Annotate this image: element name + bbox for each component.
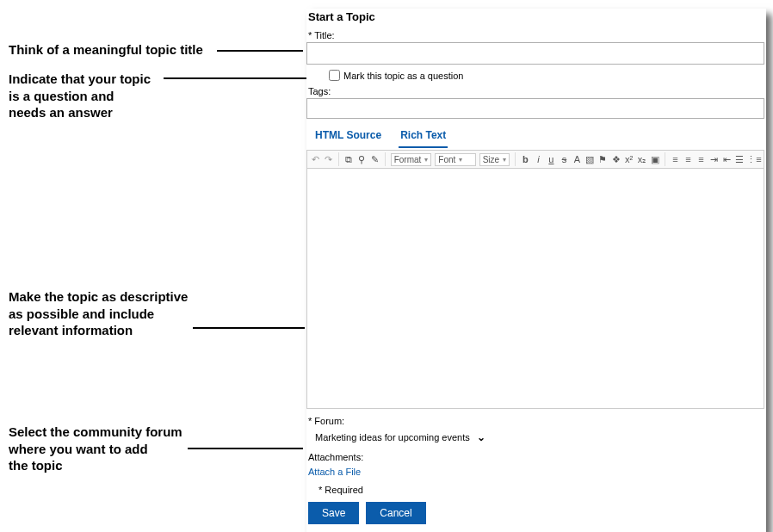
bg-color-icon[interactable]: ▧ <box>585 153 595 165</box>
special-char-icon[interactable]: ❖ <box>611 153 621 165</box>
attachments-label: Attachments: <box>308 452 764 462</box>
required-note: * Required <box>318 485 764 495</box>
text: Font <box>438 155 455 164</box>
text: the topic <box>9 458 63 473</box>
clear-format-icon[interactable]: ✎ <box>370 153 380 165</box>
mark-as-question-label: Mark this topic as a question <box>343 71 463 81</box>
save-button[interactable]: Save <box>308 502 359 524</box>
text: Select the community forum <box>9 424 182 439</box>
chevron-down-icon: ▾ <box>424 156 428 164</box>
editor-body[interactable] <box>306 168 764 409</box>
separator <box>385 152 386 166</box>
bold-icon[interactable]: b <box>521 153 530 165</box>
find-icon[interactable]: ⚲ <box>357 153 367 165</box>
italic-icon[interactable]: i <box>534 153 543 165</box>
panel-heading: Start a Topic <box>308 10 764 23</box>
indent-icon[interactable]: ⇥ <box>709 153 719 165</box>
chevron-down-icon: ▾ <box>503 156 506 164</box>
text: Format <box>394 155 422 164</box>
image-icon[interactable]: ▣ <box>650 153 659 165</box>
separator <box>515 152 516 166</box>
text: Make the topic as descriptive <box>9 289 188 304</box>
start-topic-panel: Start a Topic Title: Mark this topic as … <box>306 9 766 532</box>
forum-select[interactable]: Marketing ideas for upcoming events ⌄ <box>315 431 485 443</box>
link-icon[interactable]: ⚑ <box>598 153 608 165</box>
mark-as-question-checkbox[interactable] <box>329 70 340 81</box>
font-dropdown[interactable]: Font▾ <box>435 153 475 166</box>
outdent-icon[interactable]: ⇤ <box>722 153 732 165</box>
chevron-down-icon: ⌄ <box>477 431 485 443</box>
forum-selected-value: Marketing ideas for upcoming events <box>315 432 470 442</box>
format-dropdown[interactable]: Format▾ <box>391 153 432 166</box>
text: Size <box>483 155 499 164</box>
annotation-line <box>193 327 305 329</box>
text: Indicate that your topic <box>9 71 151 86</box>
ordered-list-icon[interactable]: ☰ <box>735 153 745 165</box>
tags-input[interactable] <box>306 98 764 119</box>
forum-label: Forum: <box>308 416 764 426</box>
attach-file-link[interactable]: Attach a File <box>308 467 361 477</box>
annotation-line <box>217 50 303 52</box>
align-left-icon[interactable]: ≡ <box>671 153 680 165</box>
copy-icon[interactable]: ⧉ <box>344 153 354 165</box>
strike-icon[interactable]: s <box>560 153 569 165</box>
superscript-icon[interactable]: x₂ <box>637 153 646 165</box>
text: as possible and include <box>9 306 154 321</box>
tab-rich-text[interactable]: Rich Text <box>399 126 448 148</box>
text: where you want to add <box>9 442 148 456</box>
text-color-icon[interactable]: A <box>572 153 582 165</box>
redo-icon[interactable]: ↷ <box>324 153 333 165</box>
annotation-line <box>164 77 327 79</box>
editor-toolbar: ↶ ↷ ⧉ ⚲ ✎ Format▾ Font▾ Size▾ b i u s A … <box>306 150 764 168</box>
tags-label: Tags: <box>308 86 764 96</box>
chevron-down-icon: ▾ <box>459 156 462 164</box>
text: relevant information <box>9 323 133 337</box>
align-center-icon[interactable]: ≡ <box>683 153 693 165</box>
align-right-icon[interactable]: ≡ <box>696 153 706 165</box>
underline-icon[interactable]: u <box>547 153 556 165</box>
title-input[interactable] <box>306 42 764 65</box>
subscript-icon[interactable]: x² <box>624 153 634 165</box>
title-label: Title: <box>308 30 764 40</box>
unordered-list-icon[interactable]: ⋮≡ <box>748 153 760 165</box>
annotation-line <box>188 448 303 449</box>
size-dropdown[interactable]: Size▾ <box>479 153 510 166</box>
text: needs an answer <box>9 105 113 120</box>
editor-tabs: HTML Source Rich Text <box>313 126 764 148</box>
undo-icon[interactable]: ↶ <box>311 153 320 165</box>
annotation-description: Make the topic as descriptive as possibl… <box>9 288 298 339</box>
cancel-button[interactable]: Cancel <box>366 502 425 524</box>
tab-html-source[interactable]: HTML Source <box>313 126 383 148</box>
text: is a question and <box>9 89 114 103</box>
separator <box>338 152 339 166</box>
separator <box>665 152 665 166</box>
